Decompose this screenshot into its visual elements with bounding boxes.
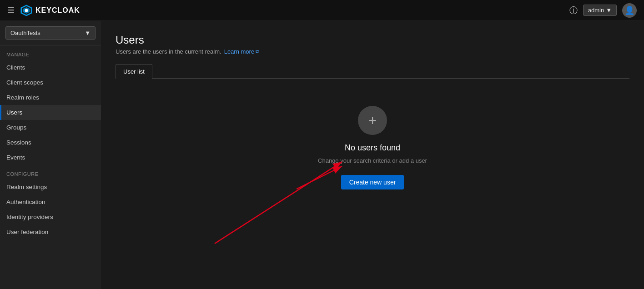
sidebar-item-events-label: Events <box>6 154 25 161</box>
page-subtitle: Users are the users in the current realm… <box>116 48 629 55</box>
external-link-icon: ⧉ <box>256 49 259 55</box>
sidebar-item-users[interactable]: Users <box>0 105 101 120</box>
sidebar-item-groups[interactable]: Groups <box>0 120 101 135</box>
manage-section-label: Manage <box>0 45 101 60</box>
logo-text: KEYCLOAK <box>35 6 80 15</box>
empty-subtitle: Change your search criteria or add a use… <box>318 157 427 164</box>
sidebar-item-groups-label: Groups <box>6 124 26 131</box>
sidebar-item-realm-roles[interactable]: Realm roles <box>0 90 101 105</box>
sidebar-item-client-scopes[interactable]: Client scopes <box>0 75 101 90</box>
sidebar-item-identity-providers[interactable]: Identity providers <box>0 209 101 224</box>
sidebar-item-realm-settings[interactable]: Realm settings <box>0 179 101 194</box>
sidebar-item-sessions[interactable]: Sessions <box>0 135 101 150</box>
tabs: User list <box>116 64 629 79</box>
configure-section-label: Configure <box>0 165 101 179</box>
sidebar-item-clients-label: Clients <box>6 64 25 71</box>
topnav-left: ☰ KEYCLOAK <box>7 4 80 17</box>
sidebar-item-sessions-label: Sessions <box>6 139 31 146</box>
topnav-right: ⓘ admin ▼ 👤 <box>569 3 637 18</box>
sidebar-item-authentication-label: Authentication <box>6 199 45 205</box>
logo: KEYCLOAK <box>20 4 80 17</box>
add-user-icon: + <box>358 106 387 135</box>
plus-icon: + <box>368 112 377 129</box>
topnav: ☰ KEYCLOAK ⓘ admin ▼ 👤 <box>0 0 644 21</box>
realm-dropdown[interactable]: OauthTests ▼ <box>5 26 96 40</box>
page-subtitle-text: Users are the users in the current realm… <box>116 48 221 55</box>
sidebar-item-clients[interactable]: Clients <box>0 60 101 75</box>
realm-selector: OauthTests ▼ <box>0 21 101 45</box>
sidebar-item-authentication[interactable]: Authentication <box>0 194 101 209</box>
content-area: Users Users are the users in the current… <box>101 21 644 289</box>
sidebar: OauthTests ▼ Manage Clients Client scope… <box>0 21 101 289</box>
avatar[interactable]: 👤 <box>622 3 637 18</box>
realm-name: OauthTests <box>10 30 40 36</box>
empty-state: + No users found Change your search crit… <box>116 79 629 217</box>
admin-label: admin <box>588 7 604 14</box>
keycloak-logo-icon <box>20 4 33 17</box>
sidebar-item-client-scopes-label: Client scopes <box>6 79 43 86</box>
sidebar-item-users-label: Users <box>6 109 22 116</box>
learn-more-link[interactable]: Learn more ⧉ <box>224 48 259 55</box>
empty-title: No users found <box>345 143 400 153</box>
sidebar-item-events[interactable]: Events <box>0 150 101 165</box>
help-icon[interactable]: ⓘ <box>569 5 578 16</box>
sidebar-item-user-federation-label: User federation <box>6 229 48 235</box>
dropdown-arrow-icon: ▼ <box>606 7 612 14</box>
main-layout: OauthTests ▼ Manage Clients Client scope… <box>0 21 644 289</box>
create-new-user-button[interactable]: Create new user <box>341 175 404 189</box>
page-title: Users <box>116 34 629 46</box>
svg-point-3 <box>25 9 28 12</box>
tab-user-list-label: User list <box>123 68 145 75</box>
hamburger-icon[interactable]: ☰ <box>7 5 15 15</box>
sidebar-item-realm-settings-label: Realm settings <box>6 184 47 190</box>
admin-dropdown[interactable]: admin ▼ <box>583 5 617 16</box>
sidebar-item-identity-providers-label: Identity providers <box>6 214 53 220</box>
sidebar-item-user-federation[interactable]: User federation <box>0 224 101 239</box>
tab-user-list[interactable]: User list <box>116 64 152 79</box>
learn-more-label: Learn more <box>224 48 254 55</box>
sidebar-item-realm-roles-label: Realm roles <box>6 94 39 101</box>
realm-dropdown-arrow: ▼ <box>85 30 91 36</box>
